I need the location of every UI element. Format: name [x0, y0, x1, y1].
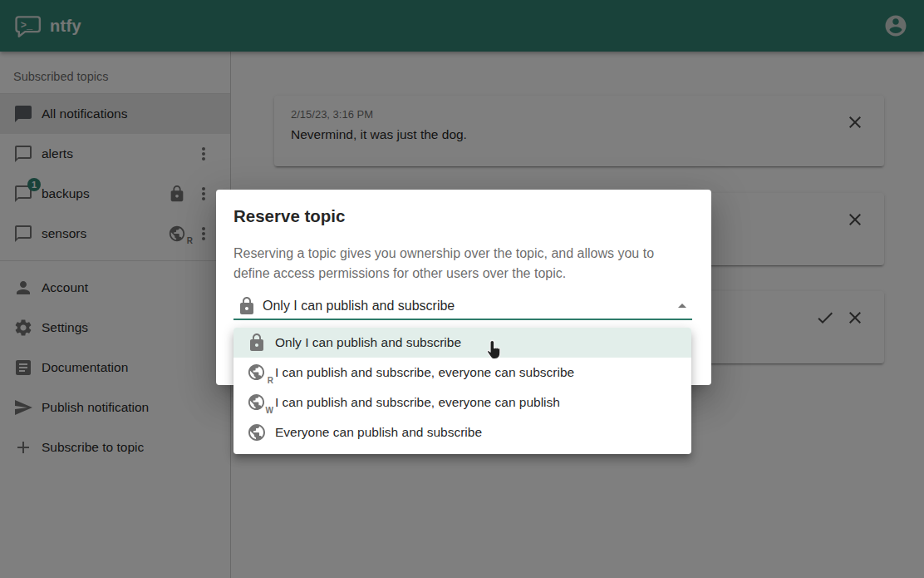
globe-icon	[247, 422, 267, 442]
menu-item-everyone-can-publish-subscribe[interactable]: Everyone can publish and subscribe	[233, 417, 691, 447]
lock-icon	[247, 333, 267, 353]
dialog-description: Reserving a topic gives you ownership ov…	[233, 244, 669, 284]
menu-item-everyone-can-publish[interactable]: W I can publish and subscribe, everyone …	[233, 388, 691, 417]
access-select[interactable]: Only I can publish and subscribe	[233, 294, 692, 320]
menu-item-everyone-can-subscribe[interactable]: R I can publish and subscribe, everyone …	[233, 358, 691, 388]
access-options-menu: Only I can publish and subscribe R I can…	[233, 328, 691, 454]
globe-write-icon: W	[247, 393, 267, 413]
dialog-title: Reserve topic	[233, 206, 692, 226]
access-select-value: Only I can publish and subscribe	[263, 299, 455, 314]
globe-read-icon: R	[247, 363, 267, 383]
menu-item-only-i-can-publish-subscribe[interactable]: Only I can publish and subscribe	[233, 328, 691, 358]
caret-up-icon	[672, 296, 692, 316]
lock-icon	[237, 296, 257, 316]
